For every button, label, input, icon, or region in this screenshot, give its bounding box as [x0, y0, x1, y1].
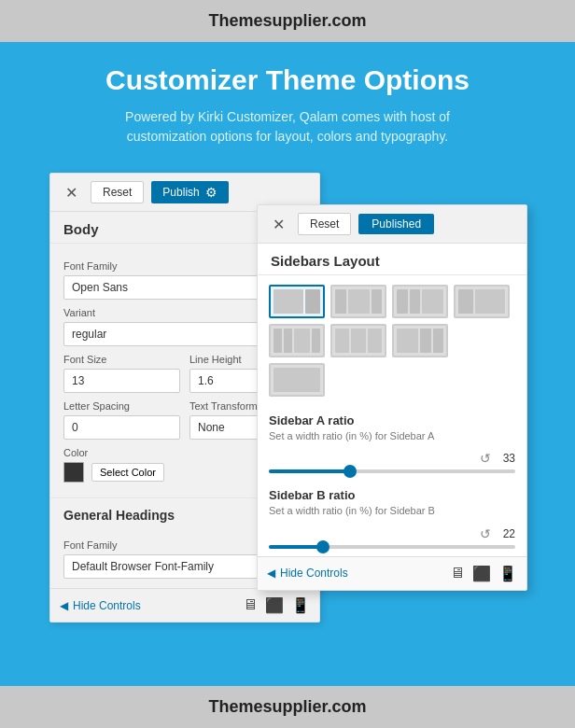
sidebar-b-value: 22 — [497, 527, 515, 540]
sidebar-a-slider[interactable] — [269, 469, 515, 473]
layout-row-2 — [269, 324, 515, 357]
sidebar-a-slider-container-row — [269, 469, 515, 473]
layout-grid — [269, 285, 515, 397]
panel-back-close-button[interactable]: ✕ — [60, 182, 83, 203]
sidebar-a-ratio-desc: Set a width ratio (in %) for Sidebar A — [269, 429, 515, 443]
sidebar-b-slider-container-row — [269, 545, 515, 549]
sidebar-b-slider-row: ↺ 22 — [269, 526, 515, 541]
layout-option-8[interactable] — [269, 363, 325, 397]
hide-controls-button[interactable]: ◀ Hide Controls — [60, 599, 141, 612]
sidebar-b-reset-icon[interactable]: ↺ — [480, 526, 491, 541]
top-bar: Themesupplier.com — [0, 0, 575, 42]
layout-option-1[interactable] — [269, 285, 325, 318]
sidebar-a-ratio-section: Sidebar A ratio Set a width ratio (in %)… — [258, 406, 526, 481]
hide-controls-button-front[interactable]: ◀ Hide Controls — [267, 567, 348, 580]
desktop-icon[interactable]: 🖥 — [243, 596, 258, 614]
sidebar-layout-options — [258, 275, 526, 406]
panel-back-publish-button[interactable]: Publish ⚙ — [151, 181, 228, 203]
page-desc: Powered by Kirki Customizer, Qalam comes… — [91, 107, 484, 147]
layout-row-3 — [269, 363, 515, 397]
bottom-bar: Themesupplier.com — [0, 686, 575, 728]
letter-spacing-label: Letter Spacing — [63, 400, 180, 412]
mobile-icon-front[interactable]: 📱 — [498, 565, 517, 582]
sidebar-b-ratio-section: Sidebar B ratio Set a width ratio (in %)… — [258, 481, 526, 555]
top-bar-text: Themesupplier.com — [208, 11, 366, 30]
layout-option-2[interactable] — [330, 285, 386, 318]
sidebars-layout-title: Sidebars Layout — [258, 244, 526, 275]
layout-option-4[interactable] — [454, 285, 510, 318]
sidebar-b-ratio-desc: Set a width ratio (in %) for Sidebar B — [269, 504, 515, 518]
mobile-icon[interactable]: 📱 — [291, 596, 310, 614]
sidebar-b-slider[interactable] — [269, 545, 515, 549]
panel-back-footer: ◀ Hide Controls 🖥 ⬛ 📱 — [50, 588, 319, 622]
panel-front-close-button[interactable]: ✕ — [267, 214, 290, 235]
layout-row-1 — [269, 285, 515, 318]
sidebar-a-ratio-title: Sidebar A ratio — [269, 413, 515, 427]
footer-icons: 🖥 ⬛ 📱 — [243, 596, 310, 614]
font-size-input[interactable] — [63, 369, 180, 393]
layout-option-5[interactable] — [269, 324, 325, 357]
page-title: Customizer Theme Options — [105, 64, 470, 96]
layout-option-3[interactable] — [392, 285, 448, 318]
chevron-left-icon: ◀ — [60, 599, 68, 612]
panel-front-header: ✕ Reset Published — [258, 205, 526, 244]
color-swatch[interactable] — [63, 462, 84, 483]
panel-front-footer: ◀ Hide Controls 🖥 ⬛ 📱 — [258, 556, 526, 590]
bottom-bar-text: Themesupplier.com — [208, 697, 366, 716]
tablet-icon[interactable]: ⬛ — [265, 596, 284, 614]
select-color-button[interactable]: Select Color — [91, 463, 164, 482]
sidebar-a-value: 33 — [497, 452, 515, 465]
tablet-icon-front[interactable]: ⬛ — [472, 565, 491, 582]
footer-icons-front: 🖥 ⬛ 📱 — [450, 565, 517, 582]
sidebar-b-ratio-title: Sidebar B ratio — [269, 488, 515, 502]
gear-icon: ⚙ — [205, 185, 217, 200]
panel-front-reset-button[interactable]: Reset — [298, 213, 351, 235]
sidebar-a-reset-icon[interactable]: ↺ — [480, 451, 491, 466]
panel-front-published-button[interactable]: Published — [358, 214, 434, 234]
panel-back-reset-button[interactable]: Reset — [91, 181, 144, 203]
letter-spacing-input[interactable] — [63, 415, 180, 440]
panels-wrapper: ✕ Reset Publish ⚙ Body Font Family Varia… — [49, 173, 526, 602]
desktop-icon-front[interactable]: 🖥 — [450, 565, 465, 582]
layout-option-6[interactable] — [330, 324, 386, 357]
font-size-label: Font Size — [63, 354, 180, 365]
chevron-left-icon-front: ◀ — [267, 567, 275, 580]
panel-front: ✕ Reset Published Sidebars Layout — [257, 204, 527, 591]
sidebar-a-slider-row: ↺ 33 — [269, 451, 515, 466]
main-content: Customizer Theme Options Powered by Kirk… — [0, 42, 575, 686]
layout-option-7[interactable] — [392, 324, 448, 357]
